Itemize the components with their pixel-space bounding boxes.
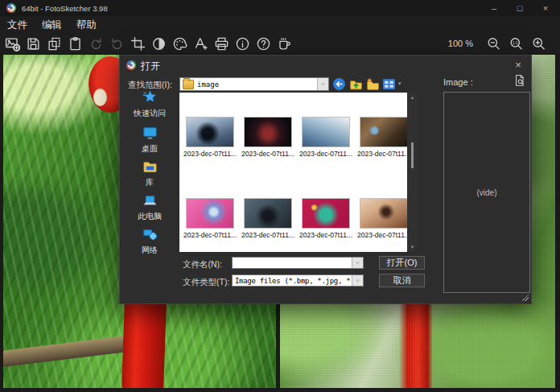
file-item[interactable]: 2023-dec-07t11... <box>299 199 353 239</box>
zoom-controls: 100 % 1:1 <box>448 36 554 52</box>
library-folder-icon <box>142 159 158 174</box>
file-item[interactable]: 2023-dec-07t11... <box>356 199 407 239</box>
undo-icon[interactable] <box>89 36 104 52</box>
file-thumbnail <box>245 199 291 228</box>
file-item[interactable]: 2023-dec-07t11... <box>183 118 237 158</box>
window-title: 64bit - FotoSketcher 3.98 <box>22 4 108 13</box>
view-menu-caret-icon[interactable]: ▾ <box>398 80 401 87</box>
menu-file[interactable]: 文件 <box>0 16 35 34</box>
help-icon[interactable] <box>256 36 271 52</box>
coffee-donate-icon[interactable] <box>277 36 292 52</box>
macaw-beak-art <box>93 89 107 106</box>
scroll-up-icon[interactable]: ▲ <box>407 93 418 102</box>
print-icon[interactable] <box>214 36 229 52</box>
file-name-label: 2023-dec-07t11... <box>241 231 294 239</box>
file-item[interactable]: 2023-dec-07t11... <box>241 118 295 158</box>
scrollbar-thumb[interactable] <box>411 142 414 168</box>
sidebar-item-label: 此电脑 <box>138 211 162 222</box>
paste-icon[interactable] <box>68 36 83 52</box>
star-icon <box>142 89 158 105</box>
file-name-label: 2023-dec-07t11... <box>357 150 407 158</box>
file-item[interactable]: 2023-dec-07t11... <box>183 199 237 239</box>
file-item[interactable]: 2023-dec-07t11... <box>241 199 295 239</box>
sidebar-item-desktop[interactable]: 桌面 <box>121 125 178 159</box>
redo-icon[interactable] <box>109 36 125 52</box>
resize-grip[interactable] <box>521 294 529 301</box>
file-thumbnail <box>303 118 349 146</box>
scroll-down-icon[interactable]: ▼ <box>407 242 418 252</box>
svg-text:1:1: 1:1 <box>513 40 518 44</box>
zoom-one-to-one-icon[interactable]: 1:1 <box>509 36 524 52</box>
color-palette-icon[interactable] <box>172 36 187 52</box>
crop-icon[interactable] <box>130 36 146 52</box>
combo-dropdown-icon[interactable]: ˅ <box>352 275 363 286</box>
info-icon[interactable] <box>235 36 250 52</box>
file-type-value: Image files (*.bmp, *.jpg, *.jpeg, *. <box>235 277 352 285</box>
file-thumbnail <box>245 118 291 146</box>
file-list-scrollbar[interactable]: ▲ ▼ <box>407 93 418 252</box>
file-thumbnail <box>303 199 349 228</box>
combo-dropdown-icon[interactable]: ˅ <box>352 258 363 268</box>
close-button[interactable]: × <box>533 0 558 16</box>
file-thumbnail <box>360 199 407 228</box>
sidebar-item-quick-access[interactable]: 快速访问 <box>121 89 178 123</box>
dialog-logo-icon <box>126 60 136 70</box>
sidebar-item-libraries[interactable]: 库 <box>121 159 178 192</box>
preview-document-icon[interactable] <box>513 74 527 88</box>
file-name-label: 2023-dec-07t11... <box>299 150 352 158</box>
title-bar: 64bit - FotoSketcher 3.98 – □ × <box>0 0 560 16</box>
up-one-level-icon[interactable] <box>349 77 363 91</box>
combo-dropdown-icon[interactable]: ˅ <box>317 78 328 90</box>
menu-bar: 文件 编辑 帮助 <box>0 16 560 34</box>
open-file-dialog: 打开 × 查找范围(I): image ˅ ▾ 快速访问 桌面 <box>119 55 532 304</box>
file-name-label: 2023-dec-07t11... <box>183 150 237 158</box>
app-logo-icon <box>6 3 16 13</box>
image-preview-label: Image : <box>443 77 473 87</box>
image-preview-box: (vide) <box>443 92 530 293</box>
new-folder-icon[interactable] <box>366 77 380 91</box>
file-item[interactable]: 2023-dec-07t11... <box>356 118 407 158</box>
open-button[interactable]: 打开(O) <box>379 256 425 270</box>
monitor-icon <box>142 125 158 140</box>
toolbar: 100 % 1:1 <box>0 34 560 53</box>
file-name-label: 2023-dec-07t11... <box>183 231 237 239</box>
sidebar-item-network[interactable]: 网络 <box>121 226 178 260</box>
file-thumbnail <box>360 118 407 146</box>
file-thumbnail <box>187 118 233 146</box>
copy-icon[interactable] <box>47 36 62 52</box>
zoom-out-icon[interactable] <box>486 36 501 52</box>
save-image-icon[interactable] <box>26 36 41 52</box>
zoom-in-icon[interactable] <box>531 36 546 52</box>
sidebar-item-label: 桌面 <box>142 143 158 155</box>
dialog-close-icon[interactable]: × <box>512 58 525 71</box>
file-name-label-text: 文件名(N): <box>183 259 222 270</box>
contrast-icon[interactable] <box>151 36 167 52</box>
file-item[interactable]: 2023-dec-07t11... <box>299 118 353 158</box>
back-to-last-folder-icon[interactable] <box>332 77 346 91</box>
dialog-title: 打开 <box>141 60 160 73</box>
look-in-value: image <box>197 80 317 89</box>
file-list[interactable]: 2023-dec-07t11... 2023-dec-07t11... 2023… <box>179 93 407 252</box>
file-thumbnail <box>187 199 233 228</box>
view-menu-icon[interactable] <box>382 77 396 91</box>
open-image-icon[interactable] <box>5 36 20 52</box>
add-text-icon[interactable] <box>193 36 208 52</box>
look-in-combobox[interactable]: image ˅ <box>179 77 329 91</box>
fotosketcher-window: 64bit - FotoSketcher 3.98 – □ × 文件 编辑 帮助… <box>0 0 560 392</box>
sidebar-item-this-pc[interactable]: 此电脑 <box>121 192 178 226</box>
sidebar-item-label: 库 <box>146 177 154 188</box>
sidebar-item-label: 网络 <box>142 245 158 256</box>
network-globe-icon <box>142 226 158 241</box>
file-name-label: 2023-dec-07t11... <box>241 150 294 158</box>
file-type-combobox[interactable]: Image files (*.bmp, *.jpg, *.jpeg, *. ˅ <box>232 274 364 287</box>
file-name-label: 2023-dec-07t11... <box>299 231 352 239</box>
sidebar-item-label: 快速访问 <box>134 108 166 119</box>
menu-help[interactable]: 帮助 <box>69 16 104 34</box>
menu-edit[interactable]: 编辑 <box>35 16 69 34</box>
folder-icon <box>183 80 194 89</box>
cancel-button[interactable]: 取消 <box>379 274 425 287</box>
file-name-combobox[interactable]: ˅ <box>232 257 364 269</box>
maximize-button[interactable]: □ <box>507 0 533 16</box>
minimize-button[interactable]: – <box>481 0 507 16</box>
zoom-level-label: 100 % <box>448 39 473 48</box>
